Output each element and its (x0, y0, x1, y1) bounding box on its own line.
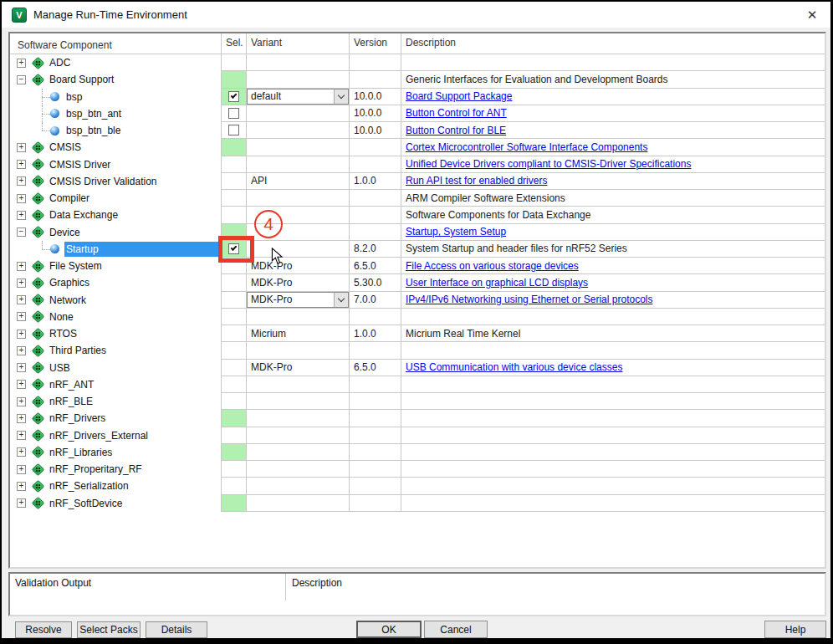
title-bar[interactable]: V Manage Run-Time Environment ✕ (2, 2, 830, 28)
tree-item-label[interactable]: File System (49, 260, 102, 272)
annotation-callout-4: 4 (254, 210, 283, 238)
description-link[interactable]: Board Support Package (406, 90, 512, 102)
tree-item-label[interactable]: Compiler (49, 192, 89, 204)
description-link[interactable]: Button Control for BLE (406, 125, 506, 136)
tree-item-label[interactable]: nRF_SoftDevice (49, 498, 122, 509)
tree-item-label[interactable]: Board Support (49, 74, 114, 85)
expand-toggle-icon[interactable]: + (17, 295, 26, 304)
tree-item-label[interactable]: nRF_Drivers_External (49, 430, 148, 442)
tree-cell: +CMSIS Driver (10, 156, 221, 173)
table-row: +nRF_Libraries (10, 444, 825, 461)
selected-row-highlight[interactable]: Startup (64, 242, 220, 257)
version-cell (349, 54, 401, 71)
tree-item-label[interactable]: ADC (49, 57, 70, 69)
description-link[interactable]: Run API test for enabled drivers (406, 175, 547, 187)
expand-toggle-icon[interactable]: + (17, 262, 26, 271)
tree-item-label[interactable]: nRF_Drivers (49, 412, 105, 424)
component-bundle-icon (32, 74, 45, 87)
tree-item-label[interactable]: nRF_Properitary_RF (49, 463, 142, 475)
expand-toggle-icon[interactable]: + (17, 431, 26, 440)
variant-combobox[interactable]: default (247, 89, 349, 105)
description-link[interactable]: USB Communication with various device cl… (406, 361, 622, 373)
tree-item-label[interactable]: CMSIS Driver Validation (49, 176, 156, 187)
tree-item-label[interactable]: nRF_Libraries (49, 447, 112, 458)
component-grid: Software Component Sel. Variant Version … (8, 32, 826, 569)
description-link[interactable]: Button Control for ANT (406, 107, 507, 119)
tree-item-label[interactable]: CMSIS (49, 141, 81, 153)
description-cell (401, 410, 825, 427)
expand-toggle-icon[interactable]: + (17, 176, 26, 186)
version-cell (349, 71, 401, 88)
expand-toggle-icon[interactable]: + (17, 279, 26, 288)
expand-toggle-icon[interactable]: + (17, 498, 26, 508)
tree-item-label[interactable]: RTOS (49, 328, 77, 340)
tree-item-label[interactable]: nRF_BLE (49, 396, 93, 407)
sel-cell (221, 309, 246, 325)
tree-item-label[interactable]: Graphics (49, 277, 89, 289)
expand-toggle-icon[interactable]: + (17, 160, 26, 169)
combo-dropdown-button[interactable] (334, 293, 348, 307)
expand-toggle-icon[interactable]: + (17, 330, 26, 339)
expand-toggle-icon[interactable]: + (17, 363, 26, 372)
select-packs-button[interactable]: Select Packs (77, 621, 141, 638)
collapse-toggle-icon[interactable]: − (17, 75, 26, 84)
tree-item-label[interactable]: Startup (66, 243, 99, 255)
tree-item-label[interactable]: None (49, 311, 74, 323)
version-cell: 10.0.0 (349, 89, 401, 105)
version-cell: 7.0.0 (349, 292, 401, 309)
component-bundle-icon (32, 463, 45, 476)
description-link[interactable]: IPv4/IPv6 Networking using Ethernet or S… (406, 294, 652, 305)
description-link[interactable]: File Access on various storage devices (406, 260, 579, 272)
description-link[interactable]: Unified Device Drivers compliant to CMSI… (406, 158, 691, 170)
expand-toggle-icon[interactable]: + (17, 59, 26, 68)
ok-button[interactable]: OK (356, 621, 422, 638)
expand-toggle-icon[interactable]: + (17, 312, 26, 321)
description-cell: IPv4/IPv6 Networking using Ethernet or S… (401, 292, 825, 309)
sel-cell (221, 207, 246, 223)
expand-toggle-icon[interactable]: + (17, 194, 26, 203)
component-bundle-icon (32, 412, 45, 426)
close-icon[interactable]: ✕ (800, 5, 824, 25)
expand-toggle-icon[interactable]: + (17, 447, 26, 457)
tree-cell: −Device (10, 224, 221, 241)
tree-item-label[interactable]: USB (49, 362, 70, 374)
tree-item-label[interactable]: nRF_ANT (49, 379, 94, 391)
tree-item-label[interactable]: Network (49, 294, 86, 306)
component-checkbox-unchecked[interactable] (228, 108, 239, 119)
variant-cell (246, 139, 349, 156)
tree-item-label[interactable]: bsp_btn_ble (66, 125, 120, 136)
tree-item-label[interactable]: CMSIS Driver (49, 159, 110, 171)
component-checkbox-unchecked[interactable] (228, 125, 239, 135)
description-link[interactable]: User Interface on graphical LCD displays (406, 277, 588, 289)
tree-cell: +RTOS (10, 325, 221, 342)
cancel-button[interactable]: Cancel (424, 621, 488, 638)
expand-toggle-icon[interactable]: + (17, 482, 26, 491)
expand-toggle-icon[interactable]: + (17, 380, 26, 389)
tree-item-label[interactable]: Device (49, 227, 80, 238)
sel-cell (221, 495, 246, 512)
help-button[interactable]: Help (764, 621, 826, 638)
variant-combobox[interactable]: MDK-Pro (247, 292, 349, 308)
window-title: Manage Run-Time Environment (33, 8, 187, 21)
expand-toggle-icon[interactable]: + (17, 346, 26, 355)
expand-toggle-icon[interactable]: + (17, 397, 26, 406)
tree-item-label[interactable]: Data Exchange (49, 209, 118, 221)
tree-item-label[interactable]: bsp_btn_ant (66, 108, 121, 120)
component-bundle-icon (32, 361, 45, 375)
description-cell: Cortex Microcontroller Software Interfac… (401, 139, 825, 156)
expand-toggle-icon[interactable]: + (17, 465, 26, 474)
resolve-button[interactable]: Resolve (15, 621, 72, 638)
sel-cell (221, 360, 246, 376)
description-link[interactable]: Startup, System Setup (406, 226, 506, 238)
tree-item-label[interactable]: Third Parties (49, 345, 106, 356)
tree-item-label[interactable]: bsp (66, 91, 82, 103)
tree-item-label[interactable]: nRF_Serialization (49, 480, 129, 492)
expand-toggle-icon[interactable]: + (17, 414, 26, 423)
combo-dropdown-button[interactable] (334, 89, 348, 104)
description-link[interactable]: Cortex Microcontroller Software Interfac… (406, 141, 647, 153)
component-checkbox-checked[interactable] (228, 91, 239, 102)
expand-toggle-icon[interactable]: + (17, 211, 26, 220)
expand-toggle-icon[interactable]: + (17, 143, 26, 152)
collapse-toggle-icon[interactable]: − (17, 227, 26, 237)
details-button[interactable]: Details (146, 621, 207, 638)
